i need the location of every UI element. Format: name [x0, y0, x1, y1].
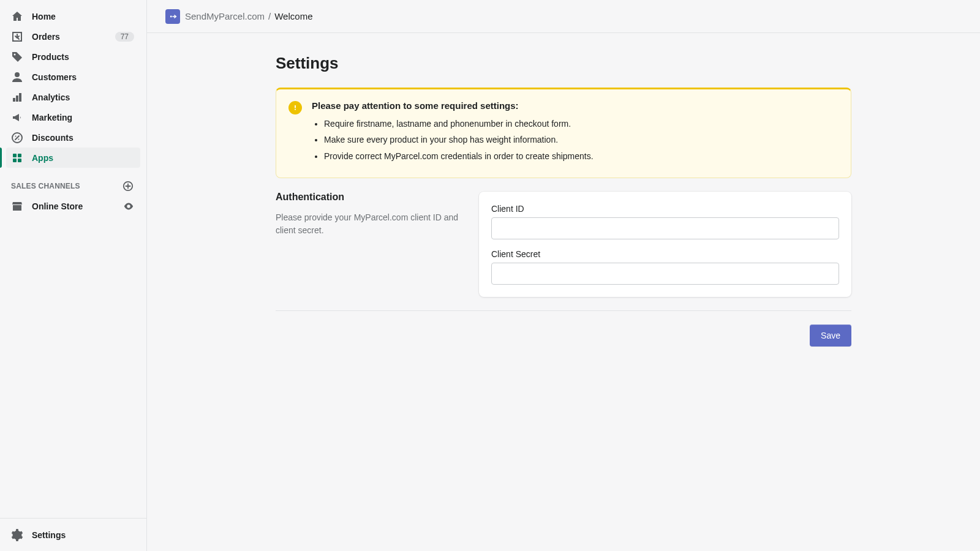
- page-actions: Save: [276, 324, 851, 347]
- sidebar-item-analytics[interactable]: Analytics: [6, 87, 140, 107]
- auth-card: Client ID Client Secret: [479, 192, 851, 297]
- svg-point-8: [18, 138, 20, 140]
- svg-point-7: [15, 135, 17, 137]
- sidebar-item-customers[interactable]: Customers: [6, 67, 140, 87]
- svg-rect-5: [19, 93, 21, 102]
- client-secret-input[interactable]: [491, 263, 839, 285]
- breadcrumb: SendMyParcel.com / Welcome: [185, 11, 312, 21]
- sidebar-item-settings[interactable]: Settings: [6, 525, 140, 545]
- sales-channels-title: SALES CHANNELS: [11, 182, 80, 190]
- svg-point-1: [14, 53, 16, 55]
- sidebar-item-label: Orders: [32, 32, 107, 42]
- warning-banner: Please pay attention to some required se…: [276, 88, 851, 178]
- sidebar-item-orders[interactable]: Orders 77: [6, 26, 140, 47]
- view-store-icon[interactable]: [123, 201, 134, 212]
- sidebar-item-apps[interactable]: Apps: [6, 148, 140, 168]
- sidebar-item-label: Settings: [32, 530, 134, 540]
- add-channel-button[interactable]: [122, 180, 134, 192]
- sidebar-item-label: Apps: [32, 153, 134, 163]
- banner-title: Please pay attention to some required se…: [312, 100, 839, 111]
- sidebar-item-label: Online Store: [32, 201, 115, 211]
- content: Settings Please pay attention to some re…: [147, 33, 980, 551]
- svg-rect-9: [13, 154, 17, 157]
- save-button[interactable]: Save: [810, 324, 851, 347]
- client-id-label: Client ID: [491, 204, 839, 214]
- sidebar-item-label: Customers: [32, 72, 134, 82]
- auth-heading: Authentication: [276, 192, 466, 203]
- breadcrumb-parent[interactable]: SendMyParcel.com: [185, 11, 265, 21]
- tag-icon: [11, 51, 23, 63]
- megaphone-icon: [11, 111, 23, 124]
- svg-point-15: [295, 109, 296, 110]
- gear-icon: [11, 529, 23, 541]
- auth-section: Authentication Please provide your MyPar…: [276, 192, 851, 311]
- svg-rect-10: [18, 154, 21, 157]
- orders-badge: 77: [115, 32, 134, 42]
- sidebar-item-home[interactable]: Home: [6, 6, 140, 26]
- svg-rect-12: [18, 159, 21, 162]
- person-icon: [11, 71, 23, 83]
- orders-icon: [11, 31, 23, 43]
- svg-point-14: [170, 15, 172, 17]
- svg-point-2: [15, 72, 20, 77]
- topbar: SendMyParcel.com / Welcome: [147, 0, 980, 33]
- svg-rect-16: [295, 105, 296, 108]
- warning-icon: [288, 101, 302, 114]
- apps-icon: [11, 152, 23, 164]
- breadcrumb-separator: /: [268, 11, 271, 21]
- sidebar-item-online-store[interactable]: Online Store: [6, 196, 140, 216]
- banner-item: Make sure every product in your shop has…: [324, 133, 839, 146]
- analytics-icon: [11, 91, 23, 103]
- client-id-input[interactable]: [491, 217, 839, 239]
- sidebar-item-marketing[interactable]: Marketing: [6, 107, 140, 127]
- sidebar-item-products[interactable]: Products: [6, 47, 140, 67]
- banner-list: Require firstname, lastname and phonenum…: [312, 117, 839, 163]
- client-secret-label: Client Secret: [491, 249, 839, 259]
- app-icon: [165, 9, 180, 24]
- sidebar: Home Orders 77 Products Customers Anal: [0, 0, 147, 551]
- sidebar-item-label: Analytics: [32, 92, 134, 102]
- page-title: Settings: [276, 54, 851, 73]
- sidebar-item-discounts[interactable]: Discounts: [6, 127, 140, 148]
- home-icon: [11, 10, 23, 23]
- breadcrumb-current: Welcome: [274, 11, 312, 21]
- svg-rect-4: [16, 96, 18, 102]
- sidebar-item-label: Discounts: [32, 133, 134, 143]
- store-icon: [11, 200, 23, 212]
- banner-item: Provide correct MyParcel.com credentials…: [324, 149, 839, 163]
- sidebar-item-label: Marketing: [32, 113, 134, 122]
- sales-channels-header: SALES CHANNELS: [6, 168, 140, 196]
- sidebar-item-label: Home: [32, 12, 134, 21]
- svg-rect-11: [13, 159, 17, 162]
- main-area: SendMyParcel.com / Welcome Settings Plea…: [147, 0, 980, 551]
- auth-description: Please provide your MyParcel.com client …: [276, 211, 466, 237]
- sidebar-item-label: Products: [32, 52, 134, 62]
- banner-item: Require firstname, lastname and phonenum…: [324, 117, 839, 130]
- svg-rect-3: [13, 98, 15, 102]
- discount-icon: [11, 132, 23, 144]
